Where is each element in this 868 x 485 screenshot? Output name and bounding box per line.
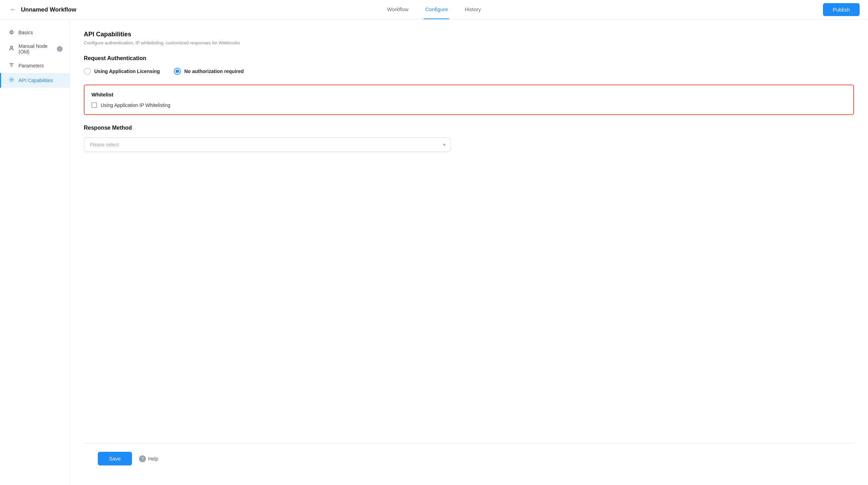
tab-history[interactable]: History xyxy=(463,0,483,19)
user-icon xyxy=(8,45,15,52)
tab-configure[interactable]: Configure xyxy=(424,0,449,19)
tab-workflow[interactable]: Workflow xyxy=(385,0,410,19)
page-subtitle: Configure authentication, IP whitelistin… xyxy=(84,40,854,45)
help-icon: ? xyxy=(139,455,146,462)
page-title: API Capabilities xyxy=(84,31,854,38)
nav-left: ← Unnamed Workflow xyxy=(8,5,99,15)
sidebar-label-api-capabilities: API Capabilities xyxy=(19,78,53,83)
radio-label-no-auth: No authorization required xyxy=(184,68,244,74)
sidebar-label-manual-node: Manual Node (Old) xyxy=(19,43,52,55)
nav-right: Publish xyxy=(823,3,860,16)
gear-icon: ⚙ xyxy=(8,29,15,36)
api-icon xyxy=(8,77,15,84)
app-body: ⚙ Basics Manual Node (Old) i Paramete xyxy=(0,20,868,485)
sidebar: ⚙ Basics Manual Node (Old) i Paramete xyxy=(0,20,70,485)
nav-tabs: Workflow Configure History xyxy=(385,0,482,19)
whitelist-checkbox-option[interactable]: Using Application IP Whitelisting xyxy=(91,102,846,108)
bottom-bar: Save ? Help xyxy=(84,443,854,474)
sidebar-label-basics: Basics xyxy=(19,30,33,35)
whitelist-checkbox-label: Using Application IP Whitelisting xyxy=(101,102,170,108)
sidebar-item-api-capabilities[interactable]: API Capabilities xyxy=(0,73,69,88)
sidebar-label-parameters: Parameters xyxy=(19,63,44,68)
workflow-title: Unnamed Workflow xyxy=(21,6,76,13)
top-nav: ← Unnamed Workflow Workflow Configure Hi… xyxy=(0,0,868,20)
sidebar-item-basics[interactable]: ⚙ Basics xyxy=(0,25,69,39)
svg-point-4 xyxy=(11,79,12,80)
parameters-icon xyxy=(8,62,15,69)
radio-app-licensing[interactable]: Using Application Licensing xyxy=(84,68,160,75)
radio-circle-app-licensing xyxy=(84,68,91,75)
sidebar-item-manual-node[interactable]: Manual Node (Old) i xyxy=(0,39,69,58)
response-method-select[interactable]: Please select xyxy=(84,137,450,152)
whitelist-checkbox xyxy=(91,102,97,108)
radio-label-app-licensing: Using Application Licensing xyxy=(94,68,160,74)
content-area: API Capabilities Configure authenticatio… xyxy=(84,31,854,474)
back-button[interactable]: ← xyxy=(8,5,17,15)
info-icon: i xyxy=(57,46,62,52)
publish-button[interactable]: Publish xyxy=(823,3,860,16)
response-method-section: Response Method Please select ▾ xyxy=(84,125,854,152)
whitelist-box: Whitelist Using Application IP Whitelist… xyxy=(84,85,854,115)
help-button[interactable]: ? Help xyxy=(139,455,158,462)
help-label: Help xyxy=(148,456,158,462)
response-method-select-wrapper: Please select ▾ xyxy=(84,137,450,152)
save-button[interactable]: Save xyxy=(98,452,132,465)
request-auth-title: Request Authentication xyxy=(84,55,854,61)
svg-point-0 xyxy=(10,46,12,48)
response-method-title: Response Method xyxy=(84,125,854,131)
radio-group: Using Application Licensing No authoriza… xyxy=(84,68,854,75)
main-content: API Capabilities Configure authenticatio… xyxy=(70,20,868,485)
radio-circle-no-auth xyxy=(174,68,181,75)
radio-no-auth[interactable]: No authorization required xyxy=(174,68,244,75)
whitelist-title: Whitelist xyxy=(91,92,846,97)
spacer xyxy=(84,163,854,443)
sidebar-item-parameters[interactable]: Parameters xyxy=(0,58,69,73)
